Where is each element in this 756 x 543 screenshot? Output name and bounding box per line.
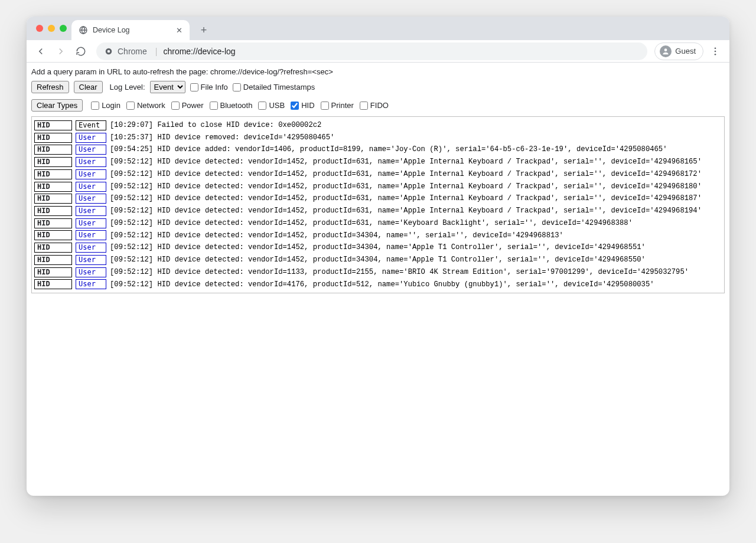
- omnibox-path: chrome://device-log: [163, 47, 235, 56]
- log-level-tag: User: [76, 194, 106, 204]
- log-message: [09:52:12] HID device detected: vendorId…: [110, 230, 563, 242]
- log-table: HIDEvent[10:29:07] Failed to close HID d…: [31, 116, 725, 293]
- log-level-tag: User: [76, 243, 106, 253]
- type-filter-fido-label: FIDO: [370, 101, 389, 110]
- log-row: HIDUser[09:52:12] HID device detected: v…: [34, 192, 722, 205]
- log-type-tag: HID: [34, 169, 72, 179]
- detailed-timestamps-checkbox[interactable]: [233, 83, 241, 91]
- log-level-tag: User: [76, 279, 106, 289]
- type-filter-hid-checkbox[interactable]: [291, 102, 299, 110]
- type-filter-login-label: Login: [102, 101, 120, 110]
- type-filter-printer-label: Printer: [331, 101, 354, 110]
- type-filter-network-checkbox[interactable]: [126, 102, 135, 110]
- type-filter-login-checkbox[interactable]: [91, 102, 99, 110]
- type-filter-bluetooth[interactable]: Bluetooth: [210, 101, 253, 110]
- chrome-icon: [105, 47, 113, 55]
- type-filter-login[interactable]: Login: [91, 101, 120, 110]
- clear-types-button[interactable]: Clear Types: [31, 99, 83, 112]
- tab-close-button[interactable]: ✕: [174, 25, 184, 35]
- svg-point-4: [715, 47, 716, 49]
- log-row: HIDUser[09:52:12] HID device detected: v…: [34, 181, 722, 193]
- log-level-tag: User: [76, 230, 106, 240]
- svg-point-5: [715, 50, 716, 52]
- forward-button[interactable]: [53, 43, 69, 60]
- refresh-hint: Add a query param in URL to auto-refresh…: [30, 65, 726, 80]
- log-message: [10:29:07] Failed to close HID device: 0…: [110, 119, 321, 132]
- browser-tab[interactable]: Device Log ✕: [71, 20, 190, 40]
- log-type-tag: HID: [34, 255, 72, 265]
- controls-row-1: Refresh Clear Log Level: Event File Info…: [30, 80, 726, 94]
- file-info-label: File Info: [201, 83, 228, 91]
- globe-icon: [79, 25, 88, 35]
- type-filter-power-checkbox[interactable]: [171, 102, 180, 110]
- log-level-tag: User: [76, 157, 106, 167]
- type-filter-fido[interactable]: FIDO: [360, 101, 389, 110]
- type-filter-printer[interactable]: Printer: [321, 101, 354, 110]
- log-level-tag: User: [76, 133, 106, 143]
- type-filter-usb-checkbox[interactable]: [258, 102, 266, 110]
- log-message: [10:25:37] HID device removed: deviceId=…: [110, 132, 334, 144]
- log-type-tag: HID: [34, 120, 72, 130]
- log-message: [09:52:12] HID device detected: vendorId…: [110, 279, 654, 291]
- type-filter-printer-checkbox[interactable]: [321, 102, 329, 110]
- svg-point-3: [664, 48, 667, 51]
- log-level-label: Log Level:: [110, 83, 145, 91]
- log-level-tag: User: [76, 182, 106, 192]
- new-tab-button[interactable]: +: [195, 22, 212, 38]
- page-content: Add a query param in URL to auto-refresh…: [27, 63, 729, 496]
- profile-button[interactable]: Guest: [654, 42, 703, 60]
- type-filter-fido-checkbox[interactable]: [360, 102, 368, 110]
- log-message: [09:52:12] HID device detected: vendorId…: [110, 266, 689, 279]
- browser-window: Device Log ✕ + Chrome | chrome://device-…: [27, 17, 729, 496]
- type-filter-hid[interactable]: HID: [291, 101, 314, 110]
- clear-button[interactable]: Clear: [74, 81, 103, 93]
- reload-button[interactable]: [73, 43, 89, 60]
- log-type-tag: HID: [34, 218, 72, 228]
- tab-title: Device Log: [93, 26, 130, 34]
- log-type-tag: HID: [34, 182, 72, 192]
- type-filter-usb[interactable]: USB: [258, 101, 285, 110]
- omnibox-separator: |: [155, 47, 158, 56]
- avatar-icon: [660, 45, 672, 57]
- window-maximize-button[interactable]: [60, 25, 67, 32]
- detailed-timestamps-toggle[interactable]: Detailed Timestamps: [233, 83, 315, 91]
- address-bar[interactable]: Chrome | chrome://device-log: [96, 42, 647, 60]
- log-row: HIDUser[09:54:25] HID device added: vend…: [34, 143, 722, 156]
- menu-button[interactable]: [707, 43, 724, 60]
- type-filter-network[interactable]: Network: [126, 101, 165, 110]
- log-message: [09:52:12] HID device detected: vendorId…: [110, 156, 702, 168]
- log-type-tag: HID: [34, 279, 72, 289]
- refresh-button[interactable]: Refresh: [31, 81, 69, 93]
- log-type-tag: HID: [34, 157, 72, 167]
- window-controls: [36, 25, 67, 32]
- file-info-checkbox[interactable]: [190, 83, 198, 91]
- log-row: HIDUser[09:52:12] HID device detected: v…: [34, 241, 722, 254]
- type-filter-bluetooth-checkbox[interactable]: [210, 102, 218, 110]
- log-message: [09:52:12] HID device detected: vendorId…: [110, 254, 646, 266]
- window-minimize-button[interactable]: [48, 25, 55, 32]
- log-level-tag: Event: [76, 120, 106, 130]
- log-type-tag: HID: [34, 194, 72, 204]
- log-row: HIDUser[09:52:12] HID device detected: v…: [34, 168, 722, 181]
- log-row: HIDUser[09:52:12] HID device detected: v…: [34, 279, 722, 291]
- log-row: HIDEvent[10:29:07] Failed to close HID d…: [34, 119, 722, 132]
- log-row: HIDUser[09:52:12] HID device detected: v…: [34, 266, 722, 279]
- log-message: [09:52:12] HID device detected: vendorId…: [110, 205, 702, 217]
- type-filter-power-label: Power: [182, 101, 204, 110]
- log-row: HIDUser[09:52:12] HID device detected: v…: [34, 230, 722, 242]
- back-button[interactable]: [32, 43, 49, 60]
- file-info-toggle[interactable]: File Info: [190, 83, 228, 91]
- log-type-tag: HID: [34, 133, 72, 143]
- controls-row-2: Clear Types LoginNetworkPowerBluetoothUS…: [30, 98, 726, 113]
- log-row: HIDUser[09:52:12] HID device detected: v…: [34, 205, 722, 217]
- log-message: [09:52:12] HID device detected: vendorId…: [110, 168, 702, 181]
- log-message: [09:52:12] HID device detected: vendorId…: [110, 241, 646, 254]
- log-row: HIDUser[10:25:37] HID device removed: de…: [34, 132, 722, 144]
- log-level-tag: User: [76, 255, 106, 265]
- log-level-tag: User: [76, 145, 106, 155]
- log-level-tag: User: [76, 267, 106, 277]
- type-filter-power[interactable]: Power: [171, 101, 204, 110]
- window-close-button[interactable]: [36, 25, 43, 32]
- log-level-select[interactable]: Event: [150, 81, 185, 93]
- log-type-tag: HID: [34, 230, 72, 240]
